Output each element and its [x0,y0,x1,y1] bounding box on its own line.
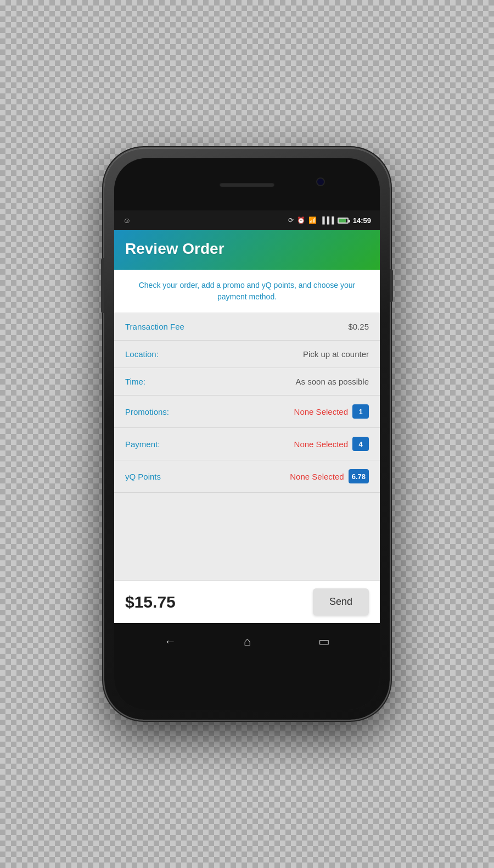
payment-label: Payment: [125,439,160,449]
time-value: As soon as possible [296,377,369,386]
subtitle-text: Check your order, add a promo and yQ poi… [125,280,369,303]
location-row[interactable]: Location: Pick up at counter [114,341,380,368]
screen-content: Review Order Check your order, add a pro… [114,230,380,623]
promotions-right: None Selected 1 [294,404,369,419]
payment-right: None Selected 4 [294,437,369,451]
wifi-icon: 📶 [308,216,317,224]
battery-icon [338,218,349,224]
payment-value: None Selected [294,439,348,449]
payment-badge: 4 [352,437,369,451]
promotions-value: None Selected [294,407,348,416]
bottom-nav: ← ⌂ ▭ [114,623,380,660]
transaction-fee-value: $0.25 [348,322,369,331]
status-left: ☺ [123,216,131,225]
status-bar: ☺ ⟳ ⏰ 📶 ▐▐▐ 14:59 [114,210,380,230]
send-button[interactable]: Send [313,588,369,615]
order-items: Transaction Fee $0.25 Location: Pick up … [114,313,380,580]
alarm-icon: ⏰ [297,216,305,224]
phone-device: ☺ ⟳ ⏰ 📶 ▐▐▐ 14:59 Review Order Check you [104,148,390,720]
subtitle-section: Check your order, add a promo and yQ poi… [114,270,380,313]
total-price: $15.75 [125,593,176,611]
time-label: Time: [125,377,145,386]
bottom-bezel [114,660,380,710]
location-right: Pick up at counter [303,349,369,359]
time-right: As soon as possible [296,377,369,386]
promotions-badge: 1 [352,404,369,419]
status-time: 14:59 [353,216,371,225]
camera [316,177,325,186]
transaction-fee-row[interactable]: Transaction Fee $0.25 [114,313,380,341]
phone-screen: ☺ ⟳ ⏰ 📶 ▐▐▐ 14:59 Review Order Check you [114,158,380,710]
page-title: Review Order [125,240,369,258]
yq-points-badge: 6.78 [349,469,369,483]
speaker [220,182,274,187]
home-button[interactable]: ⌂ [235,630,260,653]
bottom-bar: $15.75 Send [114,580,380,623]
promotions-row[interactable]: Promotions: None Selected 1 [114,396,380,428]
yq-points-value: None Selected [290,472,344,481]
yq-points-right: None Selected 6.78 [290,469,369,483]
rotate-icon: ⟳ [288,216,294,224]
app-header: Review Order [114,230,380,270]
back-button[interactable]: ← [155,630,185,653]
recent-button[interactable]: ▭ [310,630,339,653]
promotions-label: Promotions: [125,407,169,416]
transaction-fee-right: $0.25 [348,322,369,331]
transaction-fee-label: Transaction Fee [125,322,184,331]
status-right: ⟳ ⏰ 📶 ▐▐▐ 14:59 [288,216,371,225]
signal-icon: ▐▐▐ [320,216,334,224]
android-icon: ☺ [123,216,131,225]
time-row[interactable]: Time: As soon as possible [114,368,380,396]
yq-points-row[interactable]: yQ Points None Selected 6.78 [114,460,380,493]
yq-points-label: yQ Points [125,472,161,481]
location-value: Pick up at counter [303,349,369,359]
location-label: Location: [125,349,159,359]
top-bezel [114,158,380,210]
payment-row[interactable]: Payment: None Selected 4 [114,428,380,460]
